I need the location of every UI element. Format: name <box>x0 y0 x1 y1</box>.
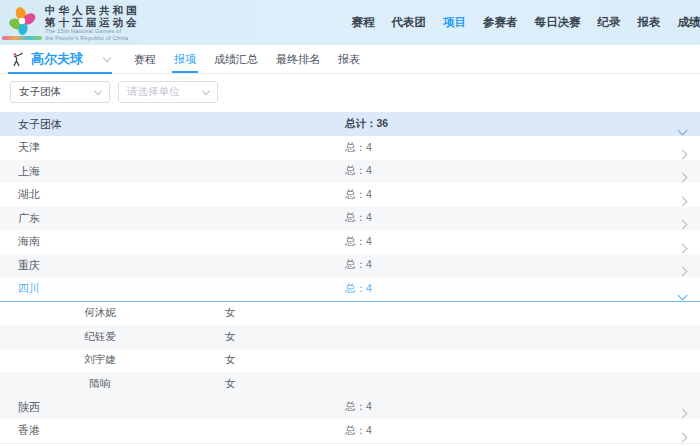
chevron-right-icon <box>678 220 688 230</box>
region-label: 四川 <box>18 281 40 296</box>
athlete-name: 何沐妮 <box>40 306 160 320</box>
chevron-right-icon <box>678 267 688 277</box>
filter-bar: 女子团体 请选择单位 <box>0 74 700 112</box>
nav-item-delegations[interactable]: 代表团 <box>392 15 427 30</box>
row-total: 总：4 <box>345 235 372 249</box>
region-label: 广东 <box>18 211 40 226</box>
row-total: 总：4 <box>345 141 372 155</box>
athlete-row[interactable]: 隋响 女 <box>0 372 700 396</box>
athlete-gender: 女 <box>225 306 236 320</box>
row-total: 总：4 <box>345 188 372 202</box>
region-label: 天津 <box>18 140 40 155</box>
region-label: 湖北 <box>18 187 40 202</box>
table-row-hongkong[interactable]: 香港 总：4 <box>0 419 700 444</box>
top-header: 中华人民共和国 第十五届运动会 The 15th National Games … <box>0 0 700 45</box>
table-row-tianjin[interactable]: 天津 总：4 <box>0 136 700 160</box>
table-row-shanghai[interactable]: 上海 总：4 <box>0 160 700 184</box>
region-label: 陕西 <box>18 400 40 415</box>
chevron-right-icon <box>678 173 688 183</box>
logo-caption-strip <box>2 36 42 40</box>
group-header-label: 女子团体 <box>18 117 62 132</box>
entries-table: 女子团体 总计：36 天津 总：4 上海 总：4 湖北 总：4 广东 总：4 海… <box>0 112 700 444</box>
chevron-down-icon <box>103 54 111 62</box>
tab-results-summary[interactable]: 成绩汇总 <box>214 45 258 73</box>
athlete-row[interactable]: 纪钰爱 女 <box>0 325 700 349</box>
logo-title-cn-2: 第十五届运动会 <box>45 16 140 28</box>
unit-select[interactable]: 请选择单位 <box>118 81 218 103</box>
region-label: 香港 <box>18 423 40 438</box>
table-row-guangdong[interactable]: 广东 总：4 <box>0 207 700 231</box>
nav-item-events[interactable]: 项目 <box>443 15 466 30</box>
table-row-chongqing[interactable]: 重庆 总：4 <box>0 254 700 278</box>
golfer-icon <box>10 52 25 67</box>
row-total: 总：4 <box>345 400 372 414</box>
chevron-down-icon <box>678 126 688 136</box>
logo-subtitle-en-2: the People's Republic of China <box>45 35 135 42</box>
nav-item-results-book[interactable]: 成绩册 <box>678 15 700 30</box>
unit-select-placeholder: 请选择单位 <box>127 85 180 99</box>
athlete-name: 刘宇婕 <box>40 353 160 367</box>
chevron-down-icon <box>678 290 688 300</box>
athlete-name: 隋响 <box>40 377 160 391</box>
region-label: 上海 <box>18 164 40 179</box>
chevron-right-icon <box>678 196 688 206</box>
logo-title-cn-1: 中华人民共和国 <box>45 4 140 16</box>
event-select[interactable]: 女子团体 <box>10 81 110 103</box>
row-total: 总：4 <box>345 282 372 296</box>
chevron-down-icon <box>94 87 102 95</box>
athlete-row[interactable]: 刘宇婕 女 <box>0 349 700 373</box>
nav-item-daily-finals[interactable]: 每日决赛 <box>535 15 581 30</box>
athlete-name: 纪钰爱 <box>40 330 160 344</box>
athlete-row[interactable]: 何沐妮 女 <box>0 302 700 326</box>
tab-reports[interactable]: 报表 <box>338 45 360 73</box>
table-row-sichuan[interactable]: 四川 总：4 <box>0 277 700 302</box>
nav-item-participants[interactable]: 参赛者 <box>483 15 518 30</box>
table-row-hainan[interactable]: 海南 总：4 <box>0 230 700 254</box>
group-header-total: 总计：36 <box>345 117 388 131</box>
chevron-down-icon <box>202 87 210 95</box>
sport-subheader: 高尔夫球 赛程 报项 成绩汇总 最终排名 报表 <box>0 45 700 74</box>
main-nav: 赛程 代表团 项目 参赛者 每日决赛 纪录 报表 成绩册 <box>352 15 700 30</box>
table-row-hubei[interactable]: 湖北 总：4 <box>0 183 700 207</box>
row-total: 总：4 <box>345 164 372 178</box>
nav-item-schedule[interactable]: 赛程 <box>352 15 375 30</box>
region-label: 海南 <box>18 234 40 249</box>
chevron-right-icon <box>678 149 688 159</box>
games-emblem-icon <box>8 6 38 38</box>
chevron-right-icon <box>678 409 688 419</box>
event-select-value: 女子团体 <box>19 85 61 99</box>
sport-selector-value: 高尔夫球 <box>31 50 83 68</box>
table-group-header[interactable]: 女子团体 总计：36 <box>0 112 700 136</box>
chevron-right-icon <box>678 432 688 442</box>
tab-final-ranking[interactable]: 最终排名 <box>276 45 320 73</box>
row-total: 总：4 <box>345 258 372 272</box>
row-total: 总：4 <box>345 211 372 225</box>
tab-entries[interactable]: 报项 <box>174 45 196 73</box>
athlete-gender: 女 <box>225 377 236 391</box>
sport-tabs: 赛程 报项 成绩汇总 最终排名 报表 <box>134 45 360 73</box>
chevron-right-icon <box>678 243 688 253</box>
region-label: 重庆 <box>18 258 40 273</box>
nav-item-reports[interactable]: 报表 <box>638 15 661 30</box>
games-logo: 中华人民共和国 第十五届运动会 The 15th National Games … <box>0 4 140 42</box>
app-window: 中华人民共和国 第十五届运动会 The 15th National Games … <box>0 0 700 446</box>
athlete-gender: 女 <box>225 353 236 367</box>
logo-text: 中华人民共和国 第十五届运动会 The 15th National Games … <box>45 4 140 42</box>
sport-selector[interactable]: 高尔夫球 <box>0 45 112 73</box>
tab-schedule[interactable]: 赛程 <box>134 45 156 73</box>
logo-subtitle-en-1: The 15th National Games of <box>45 28 135 35</box>
nav-item-records[interactable]: 纪录 <box>598 15 621 30</box>
row-total: 总：4 <box>345 424 372 438</box>
athlete-gender: 女 <box>225 330 236 344</box>
table-row-shaanxi[interactable]: 陕西 总：4 <box>0 396 700 420</box>
